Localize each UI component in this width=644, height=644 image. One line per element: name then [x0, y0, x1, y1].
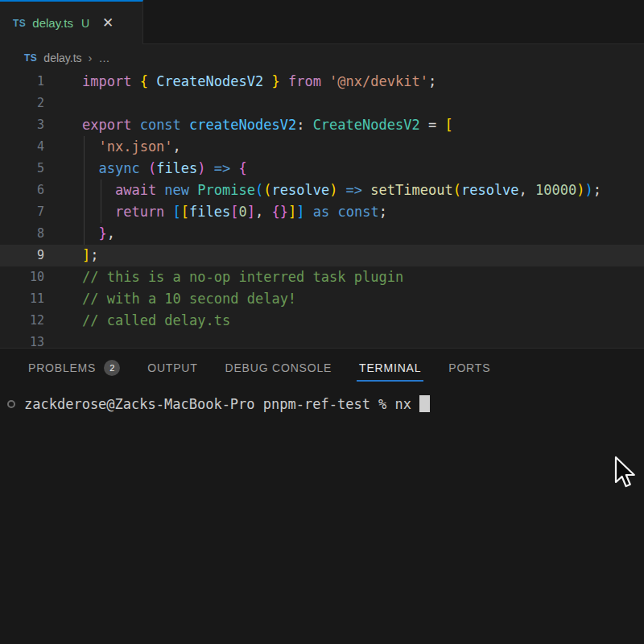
code-line[interactable]: 8 }, — [0, 223, 644, 245]
indent-guide — [84, 201, 85, 223]
line-number[interactable]: 1 — [0, 71, 44, 93]
line-content: 'nx.json', — [44, 136, 181, 158]
line-content: }, — [44, 223, 115, 245]
panel-tab-problems[interactable]: PROBLEMS 2 — [28, 349, 120, 386]
bottom-panel: PROBLEMS 2 OUTPUT DEBUG CONSOLE TERMINAL… — [0, 348, 644, 644]
chevron-right-icon: › — [89, 51, 93, 64]
terminal-panel[interactable]: zackderose@Zacks-MacBook-Pro pnpm-ref-te… — [0, 386, 644, 415]
tab-delay-ts[interactable]: TS delay.ts U ✕ — [0, 0, 143, 44]
panel-tab-output[interactable]: OUTPUT — [147, 349, 197, 386]
line-number[interactable]: 3 — [0, 114, 44, 136]
code-line[interactable]: 1import { CreateNodesV2 } from '@nx/devk… — [0, 71, 644, 93]
code-line[interactable]: 11// with a 10 second delay! — [0, 288, 644, 310]
code-line[interactable]: 12// called delay.ts — [0, 310, 644, 332]
breadcrumb-ellipsis[interactable]: … — [99, 52, 110, 64]
editor-tab-bar: TS delay.ts U ✕ — [0, 0, 644, 44]
code-editor[interactable]: 1import { CreateNodesV2 } from '@nx/devk… — [0, 71, 644, 348]
indent-guide — [84, 158, 85, 180]
code-line[interactable]: 9]; — [0, 245, 644, 266]
breadcrumb: TS delay.ts › … — [0, 44, 644, 71]
panel-tab-bar: PROBLEMS 2 OUTPUT DEBUG CONSOLE TERMINAL… — [0, 349, 644, 386]
line-number[interactable]: 12 — [0, 310, 44, 332]
line-content: async (files) => { — [44, 158, 247, 180]
line-content: await new Promise((resolve) => setTimeou… — [44, 180, 601, 201]
panel-tab-terminal[interactable]: TERMINAL — [359, 349, 421, 386]
line-number[interactable]: 10 — [0, 266, 44, 288]
indent-guide — [84, 223, 85, 245]
code-line[interactable]: 5 async (files) => { — [0, 158, 644, 180]
problems-count-badge: 2 — [104, 360, 120, 376]
line-content: export const createNodesV2: CreateNodesV… — [44, 114, 453, 136]
close-icon[interactable]: ✕ — [102, 16, 114, 30]
indent-guide — [84, 136, 85, 158]
terminal-cursor — [419, 395, 430, 412]
line-content: // with a 10 second delay! — [44, 288, 296, 310]
indent-guide — [84, 180, 85, 201]
indent-guide — [101, 180, 101, 201]
terminal-command-text: zackderose@Zacks-MacBook-Pro pnpm-ref-te… — [24, 396, 419, 412]
line-content — [44, 332, 82, 348]
vscode-window: TS delay.ts U ✕ TS delay.ts › … 1import … — [0, 0, 644, 644]
line-content: ]; — [44, 245, 99, 266]
panel-tab-label: PROBLEMS — [28, 361, 96, 374]
code-line[interactable]: 10// this is a no-op interred task plugi… — [0, 266, 644, 288]
breadcrumb-file[interactable]: delay.ts — [43, 52, 81, 64]
line-number[interactable]: 6 — [0, 180, 44, 201]
tab-title: delay.ts — [32, 16, 73, 30]
line-number[interactable]: 11 — [0, 288, 44, 310]
line-number[interactable]: 13 — [0, 332, 44, 348]
code-line[interactable]: 6 await new Promise((resolve) => setTime… — [0, 180, 644, 201]
indent-guide — [101, 201, 101, 223]
code-line[interactable]: 4 'nx.json', — [0, 136, 644, 158]
line-number[interactable]: 8 — [0, 223, 44, 245]
terminal-prompt-line[interactable]: zackderose@Zacks-MacBook-Pro pnpm-ref-te… — [24, 394, 644, 415]
code-line[interactable]: 2 — [0, 93, 644, 114]
command-decoration-icon — [7, 400, 15, 408]
line-content — [44, 93, 82, 114]
code-line[interactable]: 13 — [0, 332, 644, 348]
line-number[interactable]: 9 — [0, 245, 44, 266]
line-number[interactable]: 7 — [0, 201, 44, 223]
typescript-file-icon: TS — [24, 52, 37, 64]
mouse-cursor — [613, 456, 641, 491]
line-number[interactable]: 2 — [0, 93, 44, 114]
code-line[interactable]: 3export const createNodesV2: CreateNodes… — [0, 114, 644, 136]
panel-tab-ports[interactable]: PORTS — [448, 349, 490, 386]
git-untracked-badge: U — [81, 17, 89, 30]
line-number[interactable]: 4 — [0, 136, 44, 158]
line-content: // this is a no-op interred task plugin — [44, 266, 403, 288]
line-content: return [[files[0], {}]] as const; — [44, 201, 387, 223]
code-line[interactable]: 7 return [[files[0], {}]] as const; — [0, 201, 644, 223]
line-number[interactable]: 5 — [0, 158, 44, 180]
line-content: import { CreateNodesV2 } from '@nx/devki… — [44, 71, 436, 93]
typescript-file-icon: TS — [13, 18, 26, 29]
line-content: // called delay.ts — [44, 310, 230, 332]
panel-tab-debug-console[interactable]: DEBUG CONSOLE — [225, 349, 332, 386]
